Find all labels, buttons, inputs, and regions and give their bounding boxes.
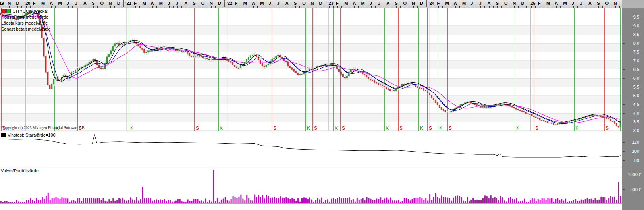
time-axis-tick: [64, 6, 64, 8]
candle-down: [232, 62, 233, 65]
volume-bar: [492, 198, 494, 203]
candle-down: [262, 64, 263, 66]
volume-bar: [333, 198, 334, 203]
volume-bar: [441, 195, 442, 203]
time-axis-label: M: [159, 1, 163, 6]
time-axis-label: D: [420, 1, 423, 6]
time-axis-label: M: [243, 1, 247, 6]
volume-bar: [331, 199, 332, 203]
candle-down: [553, 123, 554, 125]
volume-bar: [215, 201, 216, 203]
candle-down: [43, 38, 44, 56]
volume-bar: [398, 200, 399, 203]
candle-down: [508, 105, 509, 106]
volume-bar: [18, 201, 19, 203]
axis-tick: [623, 189, 625, 190]
volume-bar: [559, 200, 560, 203]
volume-bar: [179, 199, 181, 203]
time-axis-tick: [43, 6, 43, 8]
volume-bar: [217, 198, 218, 203]
time-axis-tick: [177, 6, 178, 8]
candle-down: [529, 114, 530, 115]
time-axis-tick: [384, 6, 384, 8]
volume-bar: [583, 200, 584, 203]
candle-down: [226, 60, 228, 60]
volume-bar: [99, 198, 100, 203]
time-axis-label: J: [176, 1, 178, 6]
main-price-chart[interactable]: SSSSSSSSSSSKKKKKKKKKKK: [0, 8, 622, 131]
candle-up: [146, 52, 147, 53]
axis-tick: [623, 17, 625, 17]
candle-down: [517, 109, 519, 110]
axis-tick: [623, 35, 625, 35]
candle-up: [75, 70, 76, 71]
volume-bar: [506, 202, 507, 203]
volume-panel-label: Volym/Portföljvärde: [1, 168, 39, 173]
candle-down: [610, 119, 611, 121]
candle-down: [539, 118, 540, 120]
volume-bar: [63, 198, 64, 203]
time-axis-label: J: [572, 1, 574, 6]
candle-down: [297, 73, 298, 75]
time-axis-tick: [102, 6, 102, 8]
volume-bar: [130, 197, 131, 203]
volume-bar: [164, 199, 165, 203]
candle-down: [238, 68, 239, 68]
volume-bar: [370, 199, 371, 203]
volume-bar: [384, 198, 385, 203]
candle-up: [541, 120, 542, 121]
time-axis-tick: [590, 6, 590, 8]
candle-down: [366, 75, 367, 77]
candle-down: [214, 59, 216, 60]
time-axis-label: N: [210, 1, 213, 6]
time-axis-tick: [552, 6, 552, 8]
volume-bar: [283, 198, 285, 203]
volume-bar: [85, 198, 86, 203]
candle-up: [112, 46, 113, 51]
vinstest-panel[interactable]: [0, 132, 622, 167]
volume-bar: [148, 198, 149, 203]
time-axis-label: J: [580, 1, 582, 6]
time-axis-tick: [195, 6, 195, 8]
volume-bar: [46, 196, 47, 203]
volume-bar: [388, 200, 389, 203]
volume-bar: [488, 198, 490, 203]
time-axis-label: N: [310, 1, 314, 6]
volume-bar: [429, 194, 430, 203]
volume-bar: [38, 200, 39, 203]
volume-bar: [42, 197, 43, 203]
volume-bar: [262, 195, 263, 203]
time-axis-tick: [594, 6, 594, 8]
volume-bar: [585, 199, 586, 203]
volume-bar: [620, 196, 621, 203]
candle-up: [183, 51, 184, 51]
volume-bar: [287, 198, 289, 203]
volume-bar: [366, 197, 368, 203]
volume-bar: [569, 201, 570, 203]
volume-bar: [319, 199, 320, 203]
volume-bar: [146, 198, 147, 203]
time-axis-tick: [548, 6, 548, 8]
price-stripe: [0, 43, 622, 52]
volume-bar: [467, 197, 468, 203]
time-axis-tick: [47, 6, 47, 8]
volume-bar: [317, 198, 318, 203]
time-axis-tick: [354, 6, 355, 8]
candle-down: [380, 85, 381, 85]
candle-down: [181, 51, 182, 52]
candle-up: [393, 91, 395, 91]
volume-bar: [75, 201, 76, 203]
candle-down: [419, 87, 420, 88]
axis-tick: [623, 151, 625, 152]
time-axis-tick: [325, 6, 325, 8]
volume-panel[interactable]: [0, 168, 622, 210]
time-axis-label: J: [75, 1, 77, 6]
volume-bar: [187, 199, 189, 203]
candle-up: [106, 57, 108, 63]
time-axis-label: S: [294, 1, 297, 6]
volume-bar: [343, 198, 344, 203]
volume-bar: [472, 198, 474, 203]
time-axis-tick: [480, 6, 481, 8]
time-axis-label: F: [33, 1, 36, 6]
candle-up: [451, 111, 452, 112]
